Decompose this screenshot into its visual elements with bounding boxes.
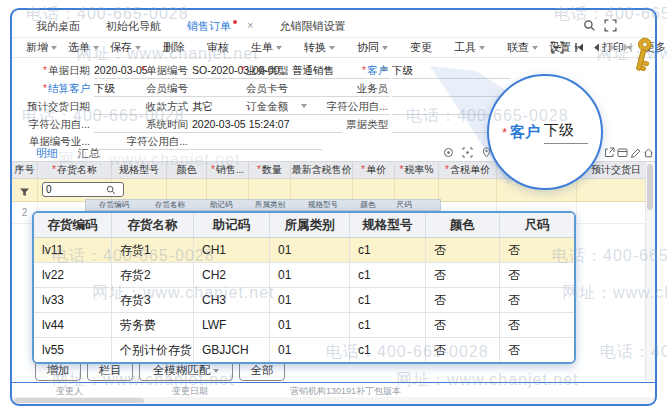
- unsaved-dot-icon: [233, 20, 237, 24]
- changed-date-label: 变更日期: [172, 385, 208, 398]
- edit-pencil-icon[interactable]: [630, 147, 641, 158]
- popup-row-lv11[interactable]: lv11 存货1 CH1 01 c1 否 否: [34, 238, 574, 263]
- field-label-payment-method: 收款方式: [114, 100, 188, 114]
- filter-cell[interactable]: [167, 179, 207, 201]
- filter-cell[interactable]: [291, 179, 353, 201]
- vertical-scrollbar[interactable]: [645, 162, 655, 381]
- version-value: 130191补丁包版本: [326, 385, 401, 398]
- horizontal-scrollbar[interactable]: [12, 397, 655, 404]
- item-list-popup: 存货编码 存货名称 助记码 所属类别 规格型号 颜色 尺码 lv11 存货1 C…: [32, 211, 576, 364]
- app-screenshot: 我的桌面 初始化导航 销售订单 × 允销限销设置 新增 选单 保存 删除 审核 …: [0, 0, 667, 415]
- popup-col-size: 尺码: [500, 213, 574, 237]
- toolbar-audit-button[interactable]: 审核: [207, 40, 229, 55]
- field-label-salesman: 业务员: [312, 82, 388, 96]
- tab-init-nav[interactable]: 初始化导航: [106, 19, 161, 34]
- card-view-icon[interactable]: [617, 147, 628, 158]
- item-search-box[interactable]: [42, 182, 124, 197]
- field-label-member-card: 会员卡号: [216, 82, 288, 96]
- toolbar-save-button[interactable]: 保存: [110, 40, 141, 55]
- toolbar-convert-button[interactable]: 转换: [304, 40, 335, 55]
- toolbar-collab-button[interactable]: 协同: [357, 40, 388, 55]
- toolbar-delete-button[interactable]: 删除: [163, 40, 185, 55]
- field-label-settle-customer[interactable]: *结算客户: [20, 82, 90, 96]
- caret-down-icon: [93, 46, 99, 50]
- filter-cell[interactable]: [439, 179, 497, 201]
- close-tab-icon[interactable]: ×: [247, 19, 253, 31]
- col-header-spec: 规格型号: [112, 162, 167, 178]
- filter-cell[interactable]: [395, 179, 439, 201]
- salesman-field[interactable]: [392, 82, 510, 97]
- filter-cell[interactable]: [249, 179, 291, 201]
- dropdown-col: 规格型号: [296, 200, 350, 210]
- tab-bar: 我的桌面 初始化导航 销售订单 × 允销限销设置: [14, 16, 653, 37]
- share-out-icon[interactable]: [604, 147, 615, 158]
- version-label: 营销机构: [290, 385, 326, 398]
- search-icon[interactable]: [583, 19, 596, 32]
- field-label-doc-date: *单据日期: [20, 64, 90, 78]
- col-header-tax-price: *含税单价: [439, 162, 497, 178]
- field-label-customer[interactable]: *客户: [312, 64, 388, 78]
- scrollbar-thumb[interactable]: [14, 398, 144, 403]
- toolbar-change-button[interactable]: 变更: [410, 40, 432, 55]
- toolbar-generate-button[interactable]: 生单: [251, 40, 282, 55]
- field-label-doc-no: *单据编号: [114, 64, 188, 78]
- field-label-custom-2: 字符公用自...: [20, 118, 90, 132]
- dropdown-col: 助记码: [198, 200, 244, 210]
- popup-row-lv44[interactable]: lv44 劳务费 LWF 01 c1 否 否: [34, 313, 574, 338]
- caret-down-icon: [479, 46, 485, 50]
- dropdown-col: 存货名称: [142, 200, 198, 210]
- custom-3-field[interactable]: [192, 135, 322, 150]
- col-header-item-name: *存货名称: [38, 162, 112, 178]
- dropdown-col: 尺码: [386, 200, 422, 210]
- required-mark: *: [502, 125, 507, 140]
- tab-sale-limit-settings[interactable]: 允销限销设置: [279, 19, 345, 34]
- toolbar-tools-button[interactable]: 工具: [454, 40, 485, 55]
- col-header-tax-rate: *税率%: [395, 162, 439, 178]
- caret-down-icon: [532, 46, 538, 50]
- next-record-icon[interactable]: [607, 42, 618, 53]
- customer-field[interactable]: 下级: [392, 64, 510, 79]
- tab-my-desktop[interactable]: 我的桌面: [36, 19, 80, 34]
- popup-row-lv33[interactable]: lv33 存货3 CH3 01 c1 否 否: [34, 288, 574, 313]
- watermark: 网址：www.chanjet.net: [396, 370, 579, 391]
- popup-col-mnemonic: 助记码: [194, 213, 270, 237]
- item-dropdown-header: 存货编码 存货名称 助记码 所属类别 规格型号 颜色 尺码: [85, 199, 441, 211]
- scan-icon[interactable]: [551, 41, 564, 54]
- col-header-latest-price: 最新含税售价: [291, 162, 353, 178]
- col-header-sales: *销售...: [207, 162, 249, 178]
- popup-col-color: 颜色: [426, 213, 500, 237]
- popup-header-row: 存货编码 存货名称 助记码 所属类别 规格型号 颜色 尺码: [34, 213, 574, 238]
- col-header-qty: *数量: [249, 162, 291, 178]
- caret-down-icon: [135, 46, 141, 50]
- toolbar-pick-button[interactable]: 选单: [68, 40, 99, 55]
- dropdown-col: 所属类别: [244, 200, 296, 210]
- popup-row-lv55[interactable]: lv55 个别计价存货 GBJJCH 01 c1 否 否: [34, 338, 574, 362]
- popup-col-spec: 规格型号: [350, 213, 426, 237]
- fullscreen-icon[interactable]: [604, 19, 617, 32]
- toolbar-add-button[interactable]: 新增: [26, 40, 57, 55]
- first-record-icon[interactable]: [574, 42, 585, 53]
- scrollbar-thumb[interactable]: [647, 164, 653, 210]
- changed-by-label: 变更人: [56, 385, 83, 398]
- filter-cell[interactable]: [577, 179, 655, 201]
- field-label-bill-type: 票据类型: [312, 118, 388, 132]
- prev-record-icon[interactable]: [591, 42, 602, 53]
- toolbar-linkquery-button[interactable]: 联查: [507, 40, 538, 55]
- col-header-index: 序号: [12, 162, 38, 178]
- tab-sales-order[interactable]: 销售订单 ×: [187, 19, 253, 34]
- tab-summary[interactable]: 汇总: [78, 146, 100, 161]
- caret-down-icon: [329, 46, 335, 50]
- field-label-custom-1: 字符公用自...: [312, 100, 388, 114]
- field-label-deposit: 订金金额: [216, 100, 288, 114]
- popup-row-lv22[interactable]: lv22 存货2 CH2 01 c1 否 否: [34, 263, 574, 288]
- caret-down-icon: [382, 46, 388, 50]
- home-icon[interactable]: [643, 147, 654, 158]
- filter-cell[interactable]: [353, 179, 395, 201]
- target-icon[interactable]: [443, 147, 454, 158]
- scan-frame-icon[interactable]: [462, 147, 473, 158]
- magnifier-circle: * 客户 下级: [487, 74, 603, 190]
- filter-cell[interactable]: [207, 179, 249, 201]
- item-search-input[interactable]: [46, 184, 106, 195]
- dropdown-col: 颜色: [350, 200, 386, 210]
- filter-funnel-icon[interactable]: [12, 179, 38, 201]
